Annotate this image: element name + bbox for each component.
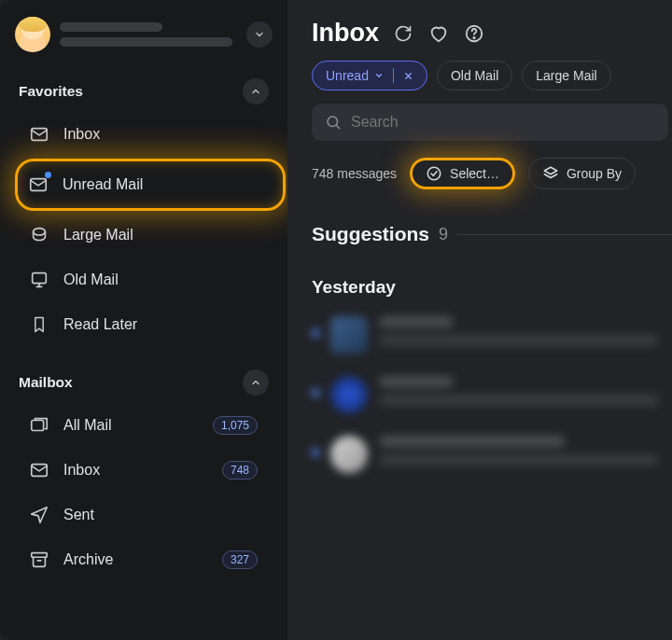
- svg-rect-4: [32, 421, 44, 431]
- check-circle-icon: [426, 165, 442, 182]
- mailbox-title: Mailbox: [19, 374, 73, 391]
- profile-expand-button[interactable]: [246, 21, 273, 48]
- chip-label: Old Mail: [451, 68, 498, 83]
- envelope-icon: [28, 459, 50, 481]
- sidebar-item-unread-mail[interactable]: Unread Mail: [15, 159, 286, 211]
- search-bar[interactable]: [312, 104, 668, 141]
- suggestions-header: Suggestions 9: [312, 223, 672, 245]
- suggestions-title: Suggestions: [312, 223, 429, 245]
- sidebar-item-all-mail[interactable]: All Mail 1,075: [19, 405, 269, 446]
- select-label: Select…: [450, 166, 499, 181]
- count-badge: 327: [222, 550, 258, 569]
- envelope-icon: [28, 123, 50, 146]
- sender-avatar: [330, 376, 368, 413]
- sidebar-item-archive[interactable]: Archive 327: [19, 539, 269, 580]
- sidebar-item-label: Inbox: [63, 126, 100, 143]
- group-by-button[interactable]: Group By: [528, 158, 636, 189]
- message-count-text: 748 messages: [312, 166, 397, 181]
- chip-separator: [393, 68, 394, 83]
- mailbox-section: Mailbox All Mail 1,075: [0, 356, 287, 584]
- paper-plane-icon: [28, 504, 50, 526]
- envelope-dot-icon: [27, 174, 49, 196]
- favorites-title: Favorites: [19, 83, 83, 100]
- favorites-list: Inbox Unread Mail Large Mail: [13, 110, 274, 347]
- package-icon: [28, 224, 50, 246]
- message-toolbar: 748 messages Select… Group By: [312, 158, 672, 189]
- layers-icon: [542, 165, 559, 182]
- sidebar-item-old-mail[interactable]: Old Mail: [19, 259, 269, 300]
- date-group-header: Yesterday: [312, 277, 672, 298]
- chip-label: Large Mail: [536, 68, 596, 83]
- sidebar-item-label: Archive: [63, 551, 113, 568]
- main-panel: Inbox Unread: [287, 0, 672, 640]
- sidebar-item-inbox[interactable]: Inbox: [19, 114, 269, 155]
- unread-dot-icon: [312, 389, 319, 397]
- refresh-button[interactable]: [392, 22, 414, 45]
- svg-rect-6: [32, 553, 48, 558]
- list-item[interactable]: [312, 316, 672, 354]
- filter-chip-old-mail[interactable]: Old Mail: [437, 61, 512, 90]
- favorites-section: Favorites Inbox: [0, 65, 287, 349]
- avatar[interactable]: [15, 17, 50, 52]
- sidebar-item-mailbox-inbox[interactable]: Inbox 748: [19, 450, 269, 491]
- profile-row: [0, 9, 287, 65]
- list-item[interactable]: [312, 436, 672, 473]
- search-icon: [325, 114, 342, 131]
- search-input[interactable]: [351, 114, 655, 131]
- archive-icon: [28, 549, 50, 571]
- unread-dot-icon: [312, 449, 319, 456]
- divider: [457, 234, 672, 235]
- refresh-icon: [394, 24, 413, 43]
- svg-point-8: [473, 36, 474, 37]
- message-list-blurred: [312, 316, 672, 473]
- favorites-collapse-button[interactable]: [243, 78, 269, 104]
- filter-chip-unread[interactable]: Unread: [312, 61, 427, 90]
- bookmark-icon: [28, 313, 50, 336]
- count-badge: 748: [222, 461, 258, 480]
- chevron-up-icon: [250, 377, 261, 388]
- filter-chip-large-mail[interactable]: Large Mail: [522, 61, 610, 90]
- svg-point-9: [328, 117, 338, 127]
- unread-dot-icon: [312, 329, 319, 337]
- favorite-button[interactable]: [427, 22, 450, 45]
- sidebar: Favorites Inbox: [0, 0, 287, 640]
- sidebar-item-label: Unread Mail: [63, 176, 143, 193]
- sidebar-item-large-mail[interactable]: Large Mail: [19, 215, 269, 256]
- svg-rect-3: [33, 273, 47, 284]
- chip-label: Unread: [326, 68, 369, 83]
- help-button[interactable]: [463, 22, 485, 45]
- sidebar-item-label: Old Mail: [63, 271, 119, 288]
- filter-chips-row: Unread Old Mail Large Mail: [312, 61, 672, 90]
- page-title: Inbox: [312, 19, 379, 48]
- sidebar-item-label: All Mail: [63, 417, 112, 434]
- mailbox-collapse-button[interactable]: [243, 369, 269, 396]
- heart-icon: [428, 23, 449, 44]
- sidebar-item-label: Large Mail: [63, 227, 133, 243]
- sidebar-item-read-later[interactable]: Read Later: [19, 304, 269, 345]
- all-mail-icon: [28, 414, 50, 437]
- sidebar-item-label: Sent: [63, 507, 94, 523]
- list-item[interactable]: [312, 376, 672, 413]
- header-row: Inbox: [312, 19, 672, 48]
- mailbox-list: All Mail 1,075 Inbox 748 Sent: [13, 401, 274, 582]
- chevron-up-icon: [250, 86, 261, 97]
- sidebar-item-sent[interactable]: Sent: [19, 494, 269, 536]
- chevron-down-icon: [374, 71, 384, 80]
- sidebar-item-label: Read Later: [63, 316, 137, 333]
- count-badge: 1,075: [213, 416, 258, 435]
- close-icon[interactable]: [403, 71, 413, 81]
- sender-avatar: [330, 316, 368, 354]
- svg-point-10: [427, 167, 441, 180]
- screen-icon: [28, 269, 50, 291]
- group-by-label: Group By: [567, 166, 622, 181]
- svg-point-2: [34, 229, 46, 235]
- profile-info-redacted: [60, 22, 237, 47]
- sidebar-item-label: Inbox: [63, 462, 100, 479]
- help-icon: [464, 23, 484, 44]
- select-button[interactable]: Select…: [410, 158, 515, 189]
- chevron-down-icon: [254, 29, 265, 40]
- sender-avatar: [330, 436, 368, 473]
- suggestions-count: 9: [439, 225, 448, 244]
